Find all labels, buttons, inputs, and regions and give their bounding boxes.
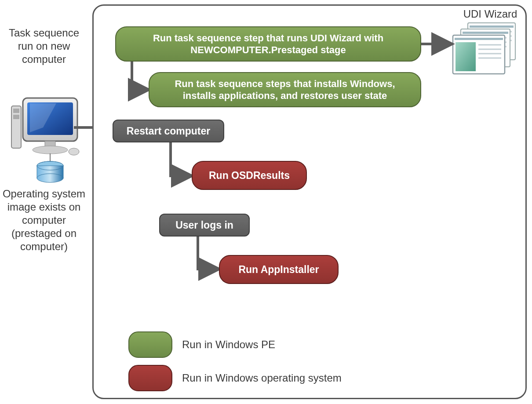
node-label: User logs in [175, 219, 233, 231]
legend-label: Run in Windows PE [182, 338, 275, 351]
node-label: Restart computer [127, 125, 210, 137]
node-label: Run AppInstaller [238, 264, 319, 276]
legend-windows-os: Run in Windows operating system [128, 365, 342, 391]
legend-label: Run in Windows operating system [182, 372, 342, 384]
node-run-appinstaller: Run AppInstaller [219, 255, 339, 284]
node-user-logs-in: User logs in [159, 214, 250, 237]
legend-windows-pe: Run in Windows PE [128, 331, 275, 358]
node-restart-computer: Restart computer [113, 120, 224, 142]
node-label: Run OSDResults [209, 170, 290, 182]
node-label: Run task sequence step that runs UDI Wiz… [125, 32, 412, 56]
node-label: Run task sequence steps that installs Wi… [158, 78, 412, 102]
legend-swatch-red [128, 365, 172, 391]
node-run-osdresults: Run OSDResults [192, 161, 307, 190]
node-install-windows-step: Run task sequence steps that installs Wi… [149, 72, 421, 107]
node-run-udi-wizard-step: Run task sequence step that runs UDI Wiz… [115, 26, 421, 62]
legend-swatch-green [128, 331, 172, 358]
diagram-canvas: UDI Wizard Task sequence run on new comp… [0, 0, 532, 404]
